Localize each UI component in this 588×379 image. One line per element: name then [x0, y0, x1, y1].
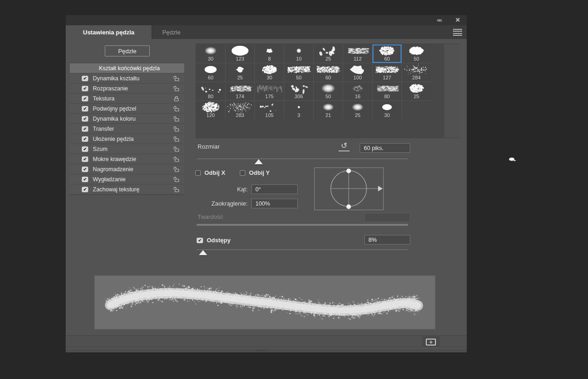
- brush-preset-30-spatter[interactable]: 30: [255, 63, 284, 82]
- lock-open-icon[interactable]: [173, 186, 180, 193]
- brushes-button[interactable]: Pędzle: [105, 45, 150, 56]
- checkbox-szum[interactable]: ✔: [82, 146, 88, 152]
- new-brush-button[interactable]: +: [422, 336, 440, 347]
- brush-preset-25-blob[interactable]: 25: [226, 63, 254, 82]
- brush-preset-60-hard[interactable]: 60: [196, 63, 225, 82]
- sidebar-item-transfer[interactable]: ✔Transfer: [70, 124, 184, 134]
- brush-thumbnail: [285, 45, 313, 56]
- resize-grip[interactable]: •••••: [253, 349, 271, 352]
- brush-preset-112-chalk[interactable]: 112: [343, 45, 372, 63]
- brush-preset-284-spray[interactable]: 284: [402, 63, 431, 82]
- size-slider-thumb[interactable]: [254, 159, 263, 164]
- panel-menu-icon[interactable]: [453, 29, 462, 36]
- lock-open-icon[interactable]: [173, 85, 180, 92]
- checkbox-dynamika-kszta-tu[interactable]: ✔: [82, 76, 88, 81]
- brush-preset-175-lines[interactable]: 175: [255, 82, 284, 100]
- checkbox-mokre-kraw-dzie[interactable]: ✔: [82, 156, 88, 162]
- checkbox-nagromadzenie[interactable]: ✔: [82, 167, 88, 172]
- flip-y-checkbox[interactable]: [240, 170, 245, 176]
- checkbox-podw-jny-p-dzel[interactable]: ✔: [82, 106, 88, 111]
- brush-preset-50-fuzzy[interactable]: 50: [402, 45, 431, 63]
- sidebar-item-dynamika-koloru[interactable]: ✔Dynamika koloru: [70, 114, 184, 124]
- brush-preset-30-hard[interactable]: 30: [373, 101, 401, 119]
- brush-preset-60-spatter[interactable]: 60: [373, 45, 401, 63]
- lock-closed-icon[interactable]: [173, 95, 180, 102]
- brush-preset-60-streak[interactable]: 60: [314, 63, 343, 82]
- sidebar-item-kszta-t-ko-c-wki-p-dzla[interactable]: Kształt końcówki pędzla: [70, 63, 184, 73]
- lock-open-icon[interactable]: [173, 75, 180, 82]
- tab-brush-settings[interactable]: Ustawienia pędzla: [66, 25, 152, 39]
- size-slider[interactable]: [197, 159, 408, 160]
- spacing-slider-thumb[interactable]: [199, 250, 207, 255]
- checkbox-transfer[interactable]: ✔: [82, 126, 88, 132]
- brush-thumbnail: [344, 64, 372, 75]
- brush-preset-30-soft[interactable]: 30: [196, 45, 225, 63]
- close-panel-icon[interactable]: ✕: [455, 16, 460, 24]
- sidebar-item-u-o-enie-p-dzla[interactable]: ✔Ułożenie pędzla: [70, 134, 184, 144]
- sidebar-item-mokre-kraw-dzie[interactable]: ✔Mokre krawędzie: [70, 154, 184, 164]
- angle-roundness-dial[interactable]: [314, 167, 384, 210]
- checkbox-tekstura[interactable]: ✔: [82, 96, 88, 101]
- brush-preset-3-tiny[interactable]: 3: [284, 101, 313, 119]
- brush-preset-127-streak[interactable]: 127: [373, 63, 401, 82]
- brush-preset-123-hard[interactable]: 123: [226, 45, 254, 63]
- sidebar-item-zachowaj-tekstur[interactable]: ✔Zachowaj teksturę: [70, 184, 184, 195]
- brush-preset-25-leaves[interactable]: 25: [314, 45, 343, 63]
- sidebar-item-podw-jny-p-dzel[interactable]: ✔Podwójny pędzel: [70, 104, 184, 114]
- checkbox-u-o-enie-p-dzla[interactable]: ✔: [82, 136, 88, 142]
- spacing-checkbox[interactable]: ✔: [197, 238, 203, 243]
- brush-preset-10-tiny[interactable]: 10: [284, 45, 313, 63]
- collapse-panel-icon[interactable]: ««: [437, 16, 441, 24]
- tab-brushes[interactable]: Pędzle: [153, 25, 190, 39]
- checkbox-rozpraszanie[interactable]: ✔: [82, 86, 88, 91]
- stroke-preview: [94, 275, 435, 329]
- brush-preset-105-dots[interactable]: 105: [255, 101, 284, 119]
- brush-thumbnail: [314, 45, 342, 56]
- lock-open-icon[interactable]: [173, 176, 180, 183]
- checkbox-dynamika-koloru[interactable]: ✔: [82, 116, 88, 122]
- lock-open-icon[interactable]: [173, 106, 180, 112]
- brush-preset-80-dots[interactable]: 80: [196, 82, 225, 100]
- sidebar-item-wyg-adzanie[interactable]: ✔Wygładzanie: [70, 174, 184, 184]
- brush-size-label: 127: [383, 75, 391, 80]
- brush-preset-283-spray[interactable]: 283: [226, 101, 254, 119]
- brush-preset-16-faint[interactable]: 16: [343, 82, 372, 100]
- spacing-input[interactable]: [364, 235, 410, 245]
- brush-preset-21-soft[interactable]: 21: [314, 101, 343, 119]
- sidebar-item-tekstura[interactable]: ✔Tekstura: [70, 94, 184, 104]
- grid-scrollbar[interactable]: [444, 44, 460, 138]
- brush-preset-25-spatter[interactable]: 25: [402, 82, 431, 100]
- lock-open-icon[interactable]: [173, 136, 180, 142]
- flip-x-checkbox[interactable]: [195, 170, 201, 176]
- brush-preset-25-soft[interactable]: 25: [343, 101, 372, 119]
- stroke-preview-canvas: [95, 276, 435, 329]
- sidebar-item-dynamika-kszta-tu[interactable]: ✔Dynamika kształtu: [70, 73, 184, 84]
- roundness-input[interactable]: [251, 199, 298, 208]
- spacing-slider[interactable]: [197, 250, 408, 251]
- lock-open-icon[interactable]: [173, 126, 180, 132]
- size-input[interactable]: [360, 143, 410, 153]
- lock-open-icon[interactable]: [173, 146, 180, 152]
- lock-open-icon[interactable]: [173, 116, 180, 122]
- tab-brushes-label: Pędzle: [162, 29, 181, 36]
- brush-preset-120-spatter[interactable]: 120: [196, 101, 225, 119]
- checkbox-zachowaj-tekstur[interactable]: ✔: [82, 187, 88, 192]
- brush-thumbnail: [344, 83, 372, 94]
- brush-preset-50-streak[interactable]: 50: [284, 63, 313, 82]
- checkbox-wyg-adzanie[interactable]: ✔: [82, 177, 88, 182]
- angle-input[interactable]: [251, 184, 298, 194]
- brush-preset-306-leaves[interactable]: 306: [284, 82, 313, 100]
- brush-preset-80-chalk[interactable]: 80: [373, 82, 401, 100]
- brush-preset-174-chalk[interactable]: 174: [226, 82, 254, 100]
- spacing-label: Odstępy: [207, 237, 231, 244]
- sidebar-item-nagromadzenie[interactable]: ✔Nagromadzenie: [70, 164, 184, 174]
- brush-preset-50-soft[interactable]: 50: [314, 82, 343, 100]
- lock-open-icon[interactable]: [173, 156, 180, 162]
- brush-preset-8-blob[interactable]: 8: [255, 45, 284, 63]
- reset-icon[interactable]: ↺: [339, 141, 350, 151]
- lock-open-icon[interactable]: [173, 166, 180, 173]
- sidebar-item-szum[interactable]: ✔Szum: [70, 144, 184, 154]
- sidebar-item-rozpraszanie[interactable]: ✔Rozpraszanie: [70, 84, 184, 94]
- brush-preset-100-blob[interactable]: 100: [343, 63, 372, 82]
- brush-settings-panel: «« ✕ Ustawienia pędzla Pędzle Pędzle Ksz…: [66, 15, 467, 352]
